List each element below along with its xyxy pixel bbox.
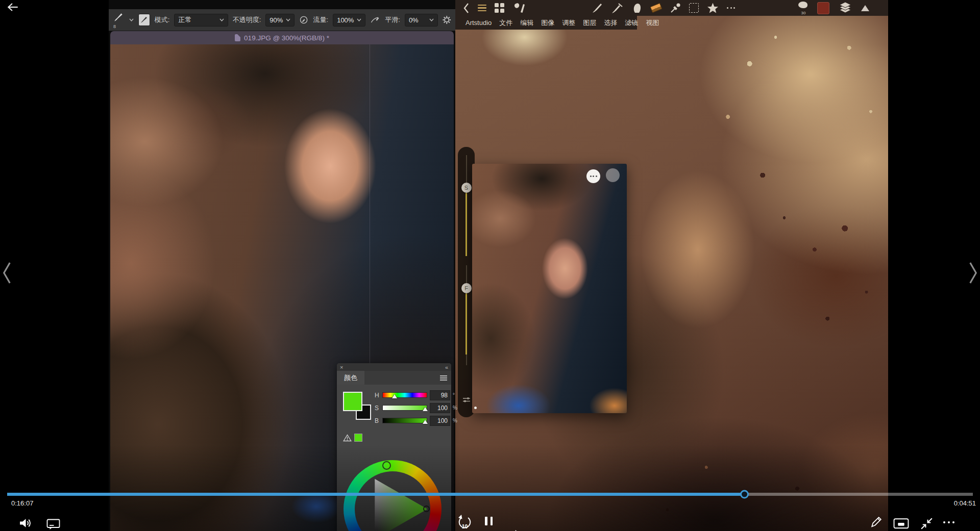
- menu-edit[interactable]: 编辑: [520, 18, 533, 28]
- hue-slider[interactable]: [382, 392, 427, 398]
- remaining-time: 0:04:51: [954, 499, 976, 507]
- skip-back-amount: 10: [457, 523, 473, 529]
- pause-button[interactable]: [485, 517, 493, 525]
- tools-icon[interactable]: [512, 2, 526, 14]
- eyedropper-tool-icon[interactable]: [669, 2, 681, 14]
- chevron-left-icon: [1, 261, 12, 285]
- brush-icon: [113, 12, 124, 23]
- skip-back-button[interactable]: 10: [457, 514, 473, 529]
- chevron-down-icon: [219, 18, 224, 21]
- brightness-row: B 100 %: [375, 414, 457, 427]
- pencil-icon: [869, 515, 883, 529]
- panel-menu-icon[interactable]: [440, 375, 447, 381]
- brush-tool-button[interactable]: 8: [113, 12, 125, 28]
- menu-hamburger-icon[interactable]: [478, 5, 486, 12]
- saturation-value-field[interactable]: 100: [430, 403, 450, 413]
- sv-triangle-selector[interactable]: [423, 505, 430, 512]
- artstudio-window: 30 Artstudio 文件 编辑 图像 调整 图层: [455, 0, 888, 531]
- sliders-settings-icon[interactable]: [462, 396, 471, 405]
- foreground-color-swatch[interactable]: [343, 392, 362, 411]
- star-favorites-icon[interactable]: [706, 2, 719, 14]
- menu-adjust[interactable]: 调整: [562, 18, 575, 28]
- gamut-color-swatch[interactable]: [354, 434, 362, 442]
- menu-view[interactable]: 视图: [646, 18, 659, 28]
- previous-video-button[interactable]: [1, 261, 12, 287]
- panel-toggle-triangle-icon[interactable]: [861, 5, 869, 11]
- mode-label: 模式:: [155, 15, 170, 24]
- panel-collapse-button[interactable]: «: [445, 364, 448, 370]
- airbrush-pressure-opacity-icon[interactable]: [299, 14, 308, 26]
- brightness-slider-thumb[interactable]: [423, 420, 428, 424]
- gallery-grid-icon[interactable]: [495, 3, 504, 13]
- reference-image-panel[interactable]: [472, 164, 627, 413]
- menu-filter[interactable]: 滤镜: [625, 18, 638, 28]
- smoothing-value: 0%: [409, 16, 419, 24]
- menu-file[interactable]: 文件: [499, 18, 512, 28]
- document-title-bar[interactable]: 019.JPG @ 300%(RGB/8) *: [110, 31, 454, 44]
- size-slider-knob[interactable]: S: [461, 183, 472, 193]
- saturation-slider[interactable]: [382, 405, 427, 411]
- hsb-sliders: H 98 ° S 100: [375, 389, 457, 427]
- layers-icon[interactable]: [838, 2, 852, 15]
- gamut-warning: [343, 434, 362, 442]
- hue-label: H: [375, 392, 380, 399]
- reference-resize-handle[interactable]: [474, 407, 477, 409]
- next-video-button[interactable]: [968, 261, 979, 287]
- color-panel-tabs: 颜色: [337, 371, 451, 385]
- tab-color[interactable]: 颜色: [337, 371, 364, 385]
- brightness-label: B: [375, 417, 380, 424]
- smudge-tool-icon[interactable]: [631, 2, 643, 14]
- speaker-icon: [18, 516, 32, 530]
- smoothing-dropdown[interactable]: 0%: [405, 14, 438, 27]
- back-chevron-icon[interactable]: [462, 3, 470, 14]
- saturation-label: S: [375, 404, 380, 412]
- flow-slider-knob[interactable]: F: [461, 283, 472, 293]
- exit-fullscreen-button[interactable]: [919, 516, 934, 531]
- reference-more-button[interactable]: [586, 169, 600, 183]
- hue-ring-selector[interactable]: [382, 461, 391, 470]
- more-tools-icon[interactable]: [727, 7, 735, 9]
- more-options-button[interactable]: [943, 521, 954, 523]
- volume-button[interactable]: [18, 516, 32, 531]
- mode-dropdown[interactable]: 正常: [174, 14, 228, 27]
- back-arrow-icon: [6, 2, 19, 12]
- smoothing-label: 平滑:: [385, 15, 400, 24]
- eraser-tool-icon-active[interactable]: [650, 3, 662, 13]
- brightness-value-field[interactable]: 100: [430, 416, 450, 426]
- airbrush-mode-icon[interactable]: [370, 14, 380, 26]
- seek-handle[interactable]: [740, 490, 749, 499]
- seek-bar[interactable]: [7, 493, 973, 496]
- hue-row: H 98 °: [375, 389, 457, 401]
- artstudio-toolbar: 30: [455, 0, 888, 16]
- current-color-swatch[interactable]: [817, 2, 829, 14]
- brush-preview-button[interactable]: 30: [798, 2, 808, 15]
- gear-icon[interactable]: [443, 15, 451, 25]
- brightness-slider[interactable]: [382, 418, 427, 423]
- paintbrush-tool-icon[interactable]: [591, 2, 603, 14]
- hue-slider-thumb[interactable]: [392, 394, 397, 398]
- wet-brush-tool-icon[interactable]: [611, 2, 623, 14]
- color-panel-body: H 98 ° S 100: [337, 385, 451, 531]
- brush-preset-button[interactable]: [138, 14, 150, 26]
- video-frame: 8 模式: 正常 不透明度: 90% 流量:: [109, 0, 888, 531]
- menu-image[interactable]: 图像: [541, 18, 554, 28]
- toolbar-left-group: [462, 0, 526, 16]
- menu-select[interactable]: 选择: [604, 18, 617, 28]
- mini-player-button[interactable]: [893, 518, 909, 531]
- flow-dropdown[interactable]: 100%: [333, 14, 365, 27]
- reference-secondary-button[interactable]: [606, 168, 620, 182]
- saturation-slider-thumb[interactable]: [423, 407, 428, 411]
- panel-close-button[interactable]: ×: [340, 364, 343, 370]
- opacity-dropdown[interactable]: 90%: [265, 14, 295, 27]
- menu-artstudio[interactable]: Artstudio: [465, 19, 492, 27]
- selection-marquee-icon[interactable]: [689, 3, 699, 13]
- subtitles-button[interactable]: [46, 518, 61, 531]
- hue-value-field[interactable]: 98: [430, 390, 450, 400]
- color-panel-header: × «: [337, 363, 451, 371]
- opacity-label: 不透明度:: [233, 15, 261, 24]
- menu-layer[interactable]: 图层: [583, 18, 596, 28]
- chevron-down-icon[interactable]: [129, 18, 134, 21]
- annotate-button[interactable]: [869, 515, 883, 531]
- back-button[interactable]: [6, 2, 19, 14]
- brush-size-value: 8: [113, 24, 116, 29]
